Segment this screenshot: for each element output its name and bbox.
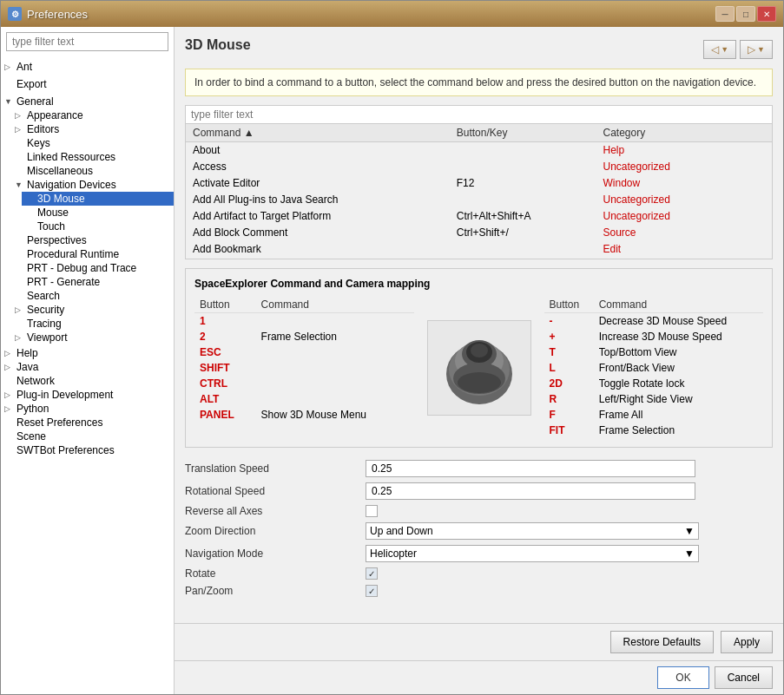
sidebar-item-prt-generate[interactable]: PRT - Generate: [11, 275, 174, 289]
navigation-mode-row: Navigation Mode Helicopter ▼: [185, 545, 773, 562]
maximize-button[interactable]: □: [736, 6, 755, 22]
main-panel: 3D Mouse ◁ ▼ ▷ ▼ In order to bin: [175, 27, 783, 623]
rmap-cmd-2d: Toggle Rotate lock: [594, 376, 763, 391]
ok-button[interactable]: OK: [657, 666, 708, 689]
sidebar-item-navigation-devices[interactable]: ▼ Navigation Devices: [11, 178, 174, 192]
reverse-axes-checkbox[interactable]: [366, 505, 378, 517]
table-row[interactable]: Add Block Comment Ctrl+Shift+/ Source: [186, 225, 772, 241]
map-row-ctrl[interactable]: CTRL: [194, 376, 414, 391]
map-row-2[interactable]: 2Frame Selection: [194, 329, 414, 344]
zoom-direction-label: Zoom Direction: [185, 525, 359, 537]
sidebar-label-keys: Keys: [27, 137, 50, 149]
rmap-row-minus[interactable]: -Decrease 3D Mouse Speed: [544, 313, 764, 330]
sidebar-item-viewport[interactable]: ▷ Viewport: [11, 331, 174, 344]
nav-back-button[interactable]: ◁ ▼: [703, 40, 736, 59]
command-table-body: About Help Access Uncategorized: [186, 142, 772, 259]
nav-forward-button[interactable]: ▷ ▼: [740, 40, 773, 59]
rmap-row-t[interactable]: TTop/Bottom View: [544, 344, 764, 360]
sidebar-item-appearance[interactable]: ▷ Appearance: [11, 108, 174, 122]
table-row[interactable]: Activate Editor F12 Window: [186, 175, 772, 192]
rmap-btn-minus: -: [544, 313, 594, 330]
sidebar-item-linked-resources[interactable]: Linked Ressources: [11, 150, 174, 164]
zoom-direction-select[interactable]: Up and Down ▼: [366, 522, 699, 540]
table-row[interactable]: Add All Plug-ins to Java Search Uncatego…: [186, 192, 772, 208]
title-bar-buttons: ─ □ ✕: [715, 6, 776, 22]
sidebar-label-ant: Ant: [16, 61, 32, 73]
sidebar-item-scene[interactable]: Scene: [1, 429, 174, 443]
minimize-button[interactable]: ─: [715, 6, 735, 22]
command-filter-input[interactable]: [186, 106, 772, 124]
app-icon: ⚙: [8, 7, 22, 21]
sidebar-item-miscellaneous[interactable]: Miscellaneous: [11, 164, 174, 178]
sidebar-item-swtbot[interactable]: SWTBot Preferences: [1, 443, 174, 457]
info-text: In order to bind a command to a button, …: [194, 76, 756, 89]
sidebar-item-procedural-runtime[interactable]: Procedural Runtime: [11, 247, 174, 261]
sidebar-item-export[interactable]: Export: [1, 77, 174, 91]
rmap-row-l[interactable]: LFront/Back View: [544, 360, 764, 376]
cat-activate-editor: Window: [596, 175, 773, 192]
sidebar-item-security[interactable]: ▷ Security: [11, 303, 174, 317]
right-mapping-table: Button Command -Decrease 3D Mouse Speed …: [544, 297, 764, 438]
map-row-panel[interactable]: PANELShow 3D Mouse Menu: [194, 407, 414, 423]
sidebar-item-keys[interactable]: Keys: [11, 136, 174, 150]
sidebar-label-procedural-runtime: Procedural Runtime: [27, 248, 119, 260]
apply-button[interactable]: Apply: [721, 631, 773, 653]
mapping-layout: Button Command 1 2Frame Selection ESC SH…: [194, 297, 763, 438]
sidebar-label-search: Search: [27, 290, 60, 302]
device-svg: [440, 326, 518, 409]
sidebar-item-plugin-dev[interactable]: ▷ Plug-in Development: [1, 388, 174, 402]
rmap-btn-plus: +: [544, 329, 594, 344]
sidebar-item-reset[interactable]: Reset Preferences: [1, 416, 174, 429]
rmap-row-2d[interactable]: 2DToggle Rotate lock: [544, 376, 764, 391]
sidebar-filter-input[interactable]: [6, 32, 168, 51]
sidebar-item-perspectives[interactable]: Perspectives: [11, 233, 174, 247]
table-row[interactable]: Add Bookmark Edit: [186, 241, 772, 258]
btn-add-bookmark: [450, 241, 596, 258]
translation-speed-input[interactable]: [366, 460, 695, 477]
sidebar-item-mouse[interactable]: Mouse: [22, 206, 174, 220]
sidebar-item-tracing[interactable]: Tracing: [11, 317, 174, 331]
rmap-row-fit[interactable]: FITFrame Selection: [544, 423, 764, 438]
close-button[interactable]: ✕: [757, 6, 776, 22]
rmap-row-r[interactable]: RLeft/Right Side View: [544, 391, 764, 407]
sidebar-item-ant[interactable]: ▷ Ant: [1, 60, 174, 74]
cmd-about: About: [186, 142, 450, 159]
reverse-axes-label: Reverse all Axes: [185, 505, 359, 517]
title-bar: ⚙ Preferences ─ □ ✕: [1, 1, 783, 27]
left-table-header: Button Command: [194, 297, 414, 313]
rotational-speed-input[interactable]: [366, 482, 695, 500]
btn-access: [450, 159, 596, 175]
sidebar-item-network[interactable]: Network: [1, 374, 174, 388]
map-row-esc[interactable]: ESC: [194, 344, 414, 360]
table-row[interactable]: Access Uncategorized: [186, 159, 772, 175]
sidebar-item-python[interactable]: ▷ Python: [1, 402, 174, 416]
map-row-shift[interactable]: SHIFT: [194, 360, 414, 376]
rmap-row-plus[interactable]: +Increase 3D Mouse Speed: [544, 329, 764, 344]
sidebar-item-java[interactable]: ▷ Java: [1, 360, 174, 374]
pan-zoom-checkbox[interactable]: ✓: [366, 585, 378, 597]
sidebar-item-prt-debug[interactable]: PRT - Debug and Trace: [11, 261, 174, 275]
command-scroll-area[interactable]: Command ▲ Button/Key Category About Help: [186, 124, 772, 259]
sidebar-item-3dmouse[interactable]: 3D Mouse: [22, 192, 174, 206]
cmd-access: Access: [186, 159, 450, 175]
sidebar-item-general[interactable]: ▼ General: [1, 95, 174, 108]
map-btn-shift: SHIFT: [194, 360, 256, 376]
table-row[interactable]: Add Artifact to Target Platform Ctrl+Alt…: [186, 208, 772, 225]
map-row-alt[interactable]: ALT: [194, 391, 414, 407]
sidebar-item-search[interactable]: Search: [11, 289, 174, 303]
rotate-checkbox[interactable]: ✓: [366, 567, 378, 580]
sidebar-label-linked-resources: Linked Ressources: [27, 151, 115, 163]
map-row-1[interactable]: 1: [194, 313, 414, 330]
table-row[interactable]: About Help: [186, 142, 772, 159]
sidebar-item-help[interactable]: ▷ Help: [1, 346, 174, 360]
navigation-mode-select[interactable]: Helicopter ▼: [366, 545, 699, 562]
sidebar-item-touch[interactable]: Touch: [22, 220, 174, 233]
cat-add-plugins: Uncategorized: [596, 192, 773, 208]
cancel-button[interactable]: Cancel: [715, 666, 773, 689]
map-cmd-alt: [256, 391, 414, 407]
settings-section: Translation Speed Rotational Speed Rever…: [185, 456, 773, 600]
rmap-row-f[interactable]: FFrame All: [544, 407, 764, 423]
table-row[interactable]: Add Bookmark Uncategorized: [186, 258, 772, 259]
sidebar-item-editors[interactable]: ▷ Editors: [11, 122, 174, 136]
restore-defaults-button[interactable]: Restore Defaults: [610, 631, 714, 653]
